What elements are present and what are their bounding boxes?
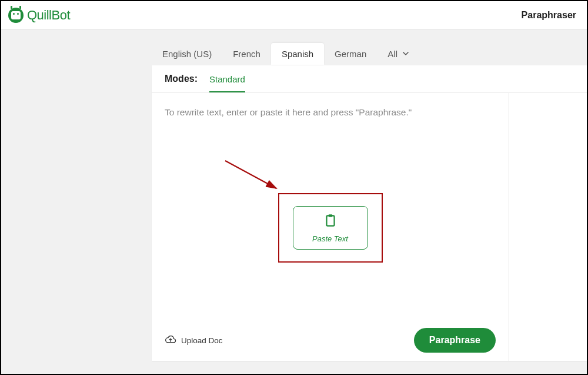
paraphrase-button[interactable]: Paraphrase	[414, 328, 496, 353]
annotation-highlight-box: Paste Text	[278, 193, 383, 263]
chevron-down-icon	[402, 49, 409, 59]
paste-text-label: Paste Text	[312, 234, 348, 243]
language-tab-german[interactable]: German	[324, 43, 377, 65]
input-column[interactable]: To rewrite text, enter or paste it here …	[152, 93, 509, 361]
output-column	[509, 93, 587, 361]
main-panel: Modes: Standard To rewrite text, enter o…	[152, 65, 587, 361]
language-tab-all[interactable]: All	[377, 43, 420, 65]
language-tab-spanish[interactable]: Spanish	[271, 43, 324, 65]
language-tab-french[interactable]: French	[222, 43, 271, 65]
mode-tab-standard[interactable]: Standard	[209, 74, 245, 92]
logo-text: QuillBot	[27, 8, 70, 23]
input-placeholder: To rewrite text, enter or paste it here …	[165, 106, 496, 119]
svg-rect-2	[328, 214, 332, 217]
language-tab-all-label: All	[387, 49, 397, 59]
input-footer: Upload Doc Paraphrase	[165, 328, 496, 353]
annotation-arrow-icon	[222, 158, 287, 199]
editor-area: To rewrite text, enter or paste it here …	[152, 93, 587, 361]
paste-text-button[interactable]: Paste Text	[293, 206, 368, 250]
svg-line-0	[225, 161, 276, 188]
upload-doc-button[interactable]: Upload Doc	[165, 334, 223, 347]
language-tab-english[interactable]: English (US)	[152, 43, 222, 65]
language-tabs: English (US) French Spanish German All	[152, 41, 587, 65]
page-title: Paraphraser	[522, 10, 576, 21]
modes-label: Modes:	[165, 74, 198, 92]
clipboard-icon	[323, 213, 338, 231]
logo-icon	[8, 8, 24, 23]
cloud-upload-icon	[165, 334, 176, 347]
workspace: English (US) French Spanish German All M…	[1, 29, 587, 374]
logo[interactable]: QuillBot	[8, 8, 70, 23]
svg-rect-1	[326, 215, 334, 225]
modes-row: Modes: Standard	[152, 65, 587, 93]
upload-doc-label: Upload Doc	[181, 336, 223, 345]
top-bar: QuillBot Paraphraser	[1, 1, 587, 29]
